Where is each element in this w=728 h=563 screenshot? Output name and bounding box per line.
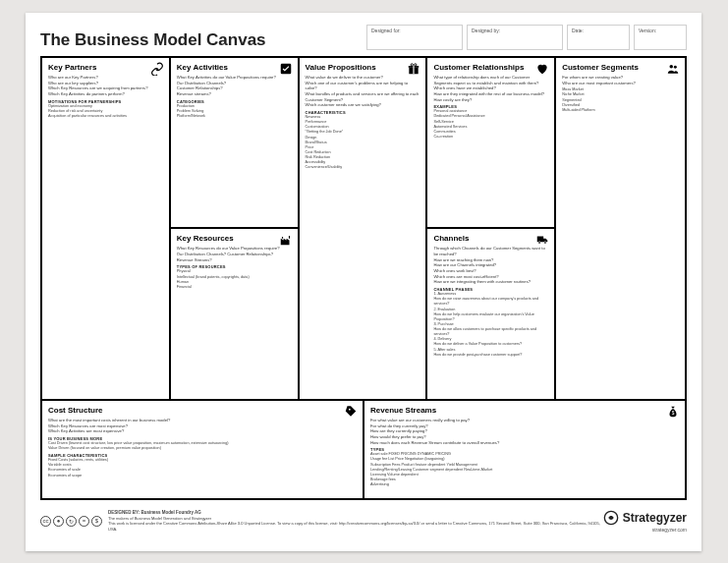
col-key-partners: Key Partners Who are our Key Partners? W…: [42, 58, 171, 399]
svg-text:$: $: [672, 411, 675, 416]
meta-fields: Designed for: Designed by: Date: Version…: [366, 25, 687, 50]
footer: cc ● ↻ = $ DESIGNED BY: Business Model F…: [40, 506, 687, 535]
cell-list: Asset sale FIXED PRICING DYNAMIC PRICING…: [370, 452, 679, 487]
canvas-grid: Key Partners Who are our Key Partners? W…: [40, 56, 687, 500]
nc-icon: $: [91, 516, 102, 527]
credit-designed-by: DESIGNED BY: Business Model Foundry AG: [108, 510, 201, 515]
cell-title: Cost Structure: [48, 406, 357, 415]
col-value-prop: Value Propositions What value do we deli…: [300, 58, 428, 399]
gift-icon: [407, 62, 420, 76]
cell-list: Cost Driven (leanest cost structure, low…: [48, 441, 357, 451]
bottom-row: Cost Structure What are the most importa…: [42, 399, 685, 498]
cell-prompt: What Key Activities do our Value Proposi…: [177, 75, 292, 97]
svg-rect-3: [414, 66, 415, 74]
cell-prompt: Through which Channels do our Customer S…: [433, 246, 548, 285]
cell-key-partners: Key Partners Who are our Key Partners? W…: [42, 58, 169, 399]
cc-icon: cc: [40, 516, 51, 527]
cell-list: Personal assistance Dedicated Personal A…: [433, 109, 548, 140]
svg-point-7: [544, 242, 546, 244]
truck-icon: [535, 233, 549, 247]
cell-key-activities: Key Activities What Key Activities do ou…: [171, 58, 298, 229]
cell-title: Revenue Streams: [370, 406, 679, 415]
top-row: Key Partners Who are our Key Partners? W…: [42, 58, 685, 399]
strategyzer-mark-icon: [603, 510, 619, 526]
cell-list: Mass Market Niche Market Segmented Diver…: [562, 87, 679, 113]
cell-customer-relationships: Customer Relationships What type of rela…: [427, 58, 554, 229]
svg-point-9: [674, 66, 677, 69]
cell-revenue-streams: Revenue Streams $ For what value are our…: [364, 401, 685, 498]
cell-title: Key Partners: [48, 63, 163, 72]
credit-license: This work is licensed under the Creative…: [108, 521, 600, 531]
cc-badges: cc ● ↻ = $: [40, 516, 102, 527]
svg-point-4: [411, 64, 413, 66]
credit-text: DESIGNED BY: Business Model Foundry AG T…: [108, 510, 603, 531]
cell-prompt: What are the most important costs inhere…: [48, 418, 357, 434]
cell-cost-structure: Cost Structure What are the most importa…: [42, 401, 364, 498]
cell-channels: Channels Through which Channels do our C…: [427, 229, 554, 398]
brand-url: strategyzer.com: [652, 527, 687, 533]
link-icon: [150, 62, 164, 76]
cell-list: Newness Performance Customization "Getti…: [306, 115, 420, 170]
field-designed-for[interactable]: Designed for:: [366, 25, 463, 50]
cell-title: Customer Relationships: [433, 63, 548, 72]
col-activities-resources: Key Activities What Key Activities do ou…: [171, 58, 300, 399]
cell-title: Customer Segments: [562, 63, 679, 72]
cell-list: Fixed Costs (salaries, rents, utilities)…: [48, 458, 357, 479]
people-icon: [666, 62, 680, 76]
cell-title: Value Propositions: [306, 63, 420, 72]
cell-list: Optimization and economy Reduction of ri…: [48, 104, 163, 119]
header: The Business Model Canvas Designed for: …: [40, 25, 687, 50]
cell-prompt: What value do we deliver to the customer…: [306, 75, 420, 108]
cell-customer-segments: Customer Segments For whom are we creati…: [556, 58, 685, 399]
svg-point-8: [669, 65, 673, 69]
field-version[interactable]: Version:: [634, 25, 687, 50]
cell-title: Channels: [433, 234, 548, 243]
cell-key-resources: Key Resources What Key Resources do our …: [171, 229, 298, 398]
cell-title: Key Activities: [177, 63, 292, 72]
cell-list: Production Problem Solving Platform/Netw…: [177, 104, 292, 119]
heart-icon: [535, 62, 549, 76]
field-designed-by[interactable]: Designed by:: [467, 25, 563, 50]
col-customer-segments: Customer Segments For whom are we creati…: [556, 58, 685, 399]
nd-icon: =: [79, 516, 89, 527]
moneybag-icon: $: [666, 405, 680, 419]
brand-name: Strategyzer: [623, 511, 687, 525]
cell-list: Physical Intellectual (brand patents, co…: [177, 269, 292, 290]
svg-point-10: [349, 409, 351, 411]
col-relationships-channels: Customer Relationships What type of rela…: [427, 58, 556, 399]
cell-value-propositions: Value Propositions What value do we deli…: [300, 58, 426, 399]
cell-prompt: What type of relationship does each of o…: [433, 75, 548, 102]
tag-icon: [344, 405, 358, 419]
cell-title: Key Resources: [177, 234, 292, 243]
canvas-sheet: The Business Model Canvas Designed for: …: [26, 13, 701, 551]
brand: Strategyzer strategyzer.com: [603, 510, 687, 533]
cell-prompt: For what value are our customers really …: [370, 418, 679, 445]
svg-point-6: [538, 242, 540, 244]
page-title: The Business Model Canvas: [40, 25, 266, 50]
sa-icon: ↻: [66, 516, 77, 527]
cell-prompt: For whom are we creating value? Who are …: [562, 75, 679, 85]
cell-prompt: What Key Resources do our Value Proposit…: [177, 246, 292, 262]
by-icon: ●: [53, 516, 64, 527]
cell-prompt: Who are our Key Partners? Who are our ke…: [48, 75, 163, 97]
svg-point-5: [415, 64, 417, 66]
factory-icon: [279, 233, 293, 247]
field-date[interactable]: Date:: [567, 25, 630, 50]
brand-logo: Strategyzer: [603, 510, 687, 526]
checkbox-icon: [279, 62, 293, 76]
cell-list: 1. Awareness How do we raise awareness a…: [433, 292, 548, 358]
